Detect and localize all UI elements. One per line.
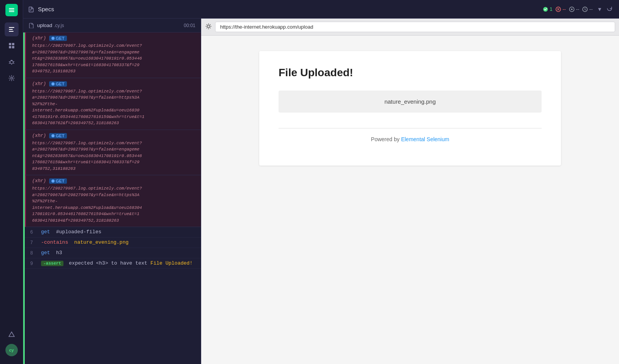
- top-bar: Specs 1 -- --: [23, 0, 619, 19]
- elemental-selenium-link[interactable]: Elemental Selenium: [401, 136, 450, 142]
- test-panel-inner: (xhr) GET https://298279967.log.optimize…: [23, 32, 201, 364]
- log-area[interactable]: (xhr) GET https://298279967.log.optimize…: [25, 32, 201, 364]
- test-step-8: 8 get h3: [25, 248, 201, 258]
- svg-rect-4: [9, 29, 13, 30]
- page-card: File Uploaded! nature_evening.png Powere…: [259, 51, 561, 166]
- browser-settings-icon[interactable]: [205, 23, 212, 31]
- svg-rect-3: [9, 27, 14, 28]
- svg-rect-8: [9, 46, 11, 48]
- divider: [279, 128, 542, 128]
- specs-icon[interactable]: [5, 22, 19, 36]
- running-badge: --: [582, 6, 593, 12]
- page-title: File Uploaded!: [279, 67, 542, 79]
- svg-rect-0: [9, 8, 14, 9]
- svg-rect-7: [12, 43, 14, 45]
- svg-line-13: [9, 63, 10, 63]
- main-content: Specs 1 -- --: [23, 0, 619, 364]
- svg-line-11: [9, 62, 10, 62]
- svg-line-12: [13, 62, 14, 62]
- svg-rect-9: [12, 46, 14, 48]
- chevron-down-icon[interactable]: ▾: [597, 4, 603, 14]
- network-icon[interactable]: [5, 328, 19, 342]
- app-logo[interactable]: [5, 4, 18, 16]
- file-name: upload.cy.js: [37, 22, 181, 28]
- settings-icon[interactable]: [5, 71, 19, 85]
- fail-badge: --: [556, 6, 566, 12]
- test-step-6: 6 get #uploaded-files: [25, 227, 201, 238]
- xhr-block-4: (xhr) GET https://298279967.log.optimize…: [25, 175, 201, 227]
- pass-badge: 1: [543, 6, 552, 12]
- browser-panel: https://the-internet.herokuapp.com/uploa…: [201, 19, 619, 364]
- xhr-block-2: (xhr) GET https://298279967.log.optimize…: [25, 78, 201, 130]
- browser-url-bar[interactable]: https://the-internet.herokuapp.com/uploa…: [215, 22, 615, 32]
- uploaded-files-box: nature_evening.png: [279, 91, 542, 113]
- refresh-icon[interactable]: [605, 4, 614, 15]
- bug-icon[interactable]: [5, 55, 19, 69]
- file-time: 00:01: [184, 23, 195, 28]
- test-content: (xhr) GET https://298279967.log.optimize…: [25, 32, 201, 364]
- test-panel: upload.cy.js 00:01 (xhr) GET: [23, 19, 201, 364]
- pending-badge: --: [569, 6, 580, 12]
- top-bar-title: Specs: [38, 6, 539, 12]
- svg-line-14: [13, 63, 14, 63]
- svg-point-16: [10, 77, 12, 79]
- powered-by: Powered by Elemental Selenium: [279, 136, 542, 142]
- test-step-9: 9 -assert expected <h3> to have text Fil…: [25, 258, 201, 269]
- svg-rect-5: [9, 31, 14, 32]
- svg-point-10: [10, 61, 13, 64]
- svg-rect-1: [9, 10, 14, 10]
- svg-marker-17: [9, 332, 14, 337]
- top-bar-actions: ▾: [597, 4, 614, 15]
- test-step-7: 7 -contains nature_evening.png: [25, 238, 201, 248]
- layers-icon[interactable]: [5, 39, 19, 53]
- browser-content: File Uploaded! nature_evening.png Powere…: [201, 36, 619, 364]
- browser-toolbar: https://the-internet.herokuapp.com/uploa…: [201, 19, 619, 36]
- status-badges: 1 -- -- --: [543, 6, 593, 12]
- svg-rect-2: [9, 11, 14, 12]
- specs-file-icon: [28, 6, 34, 12]
- svg-point-25: [207, 25, 210, 27]
- file-header: upload.cy.js 00:01: [23, 19, 201, 32]
- xhr-block-1: (xhr) GET https://298279967.log.optimize…: [25, 32, 201, 78]
- xhr-block-3: (xhr) GET https://298279967.log.optimize…: [25, 130, 201, 176]
- icon-bar: cy: [0, 0, 23, 364]
- split-view: upload.cy.js 00:01 (xhr) GET: [23, 19, 619, 364]
- svg-rect-6: [9, 43, 11, 45]
- cypress-logo[interactable]: cy: [5, 344, 18, 356]
- svg-point-23: [571, 9, 573, 10]
